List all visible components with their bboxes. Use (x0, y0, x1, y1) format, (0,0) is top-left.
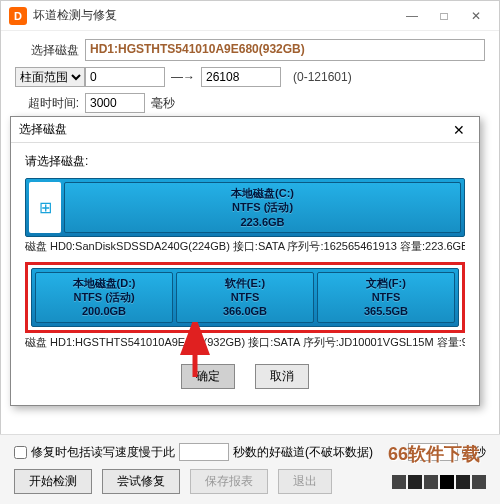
range-arrow-icon: —→ (171, 70, 195, 84)
select-disk-label: 选择磁盘 (15, 42, 85, 59)
dialog-titlebar: 选择磁盘 ✕ (11, 117, 479, 143)
repair-ms-unit: 毫秒 (462, 444, 486, 461)
app-logo-icon: D (9, 7, 27, 25)
timeout-unit: 毫秒 (151, 95, 175, 112)
selected-disk-display[interactable]: HD1:HGSTHTS541010A9E680(932GB) (85, 39, 485, 61)
disk0-info: 磁盘 HD0:SanDiskSDSSDA240G(224GB) 接口:SATA … (25, 239, 465, 254)
cancel-button[interactable]: 取消 (255, 364, 309, 389)
disk0-band[interactable]: ⊞ 本地磁盘(C:) NTFS (活动) 223.6GB (25, 178, 465, 237)
repair-threshold-input[interactable] (179, 443, 229, 461)
repair-text-a: 修复时包括读写速度慢于此 (31, 444, 175, 461)
pager-dots (392, 475, 486, 489)
save-report-button: 保存报表 (190, 469, 268, 494)
start-detect-button[interactable]: 开始检测 (14, 469, 92, 494)
partition-e[interactable]: 软件(E:) NTFS 366.0GB (176, 272, 314, 323)
timeout-input[interactable] (85, 93, 145, 113)
dialog-prompt: 请选择磁盘: (25, 153, 465, 170)
timeout-label: 超时时间: (15, 95, 85, 112)
range-hint: (0-121601) (293, 70, 352, 84)
close-button[interactable]: ✕ (461, 6, 491, 26)
range-from-input[interactable] (85, 67, 165, 87)
partition-d[interactable]: 本地磁盘(D:) NTFS (活动) 200.0GB (35, 272, 173, 323)
range-to-input[interactable] (201, 67, 281, 87)
minimize-button[interactable]: — (397, 6, 427, 26)
repair-text-b: 秒数的好磁道(不破坏数据) (233, 444, 373, 461)
try-repair-button[interactable]: 尝试修复 (102, 469, 180, 494)
ok-button[interactable]: 确定 (181, 364, 235, 389)
disk1-band[interactable]: 本地磁盘(D:) NTFS (活动) 200.0GB 软件(E:) NTFS 3… (31, 268, 459, 327)
partition-f[interactable]: 文档(F:) NTFS 365.5GB (317, 272, 455, 323)
select-disk-dialog: 选择磁盘 ✕ 请选择磁盘: ⊞ 本地磁盘(C:) NTFS (活动) 223.6… (10, 116, 480, 406)
partition-c[interactable]: 本地磁盘(C:) NTFS (活动) 223.6GB (64, 182, 461, 233)
exit-button: 退出 (278, 469, 332, 494)
dialog-close-button[interactable]: ✕ (447, 120, 471, 140)
main-titlebar: D 坏道检测与修复 — □ ✕ (1, 1, 499, 31)
repair-include-checkbox[interactable] (14, 446, 27, 459)
repair-ms-input[interactable] (408, 443, 458, 461)
cylinder-range-select[interactable]: 柱面范围 (15, 67, 85, 87)
selected-disk-highlight: 本地磁盘(D:) NTFS (活动) 200.0GB 软件(E:) NTFS 3… (25, 262, 465, 333)
windows-logo-icon: ⊞ (29, 182, 61, 233)
bottom-panel: 修复时包括读写速度慢于此 秒数的好磁道(不破坏数据) 毫秒 开始检测 尝试修复 … (0, 434, 500, 504)
dialog-title: 选择磁盘 (19, 121, 447, 138)
maximize-button[interactable]: □ (429, 6, 459, 26)
main-title: 坏道检测与修复 (33, 7, 397, 24)
disk1-info: 磁盘 HD1:HGSTHTS541010A9E680(932GB) 接口:SAT… (25, 335, 465, 350)
